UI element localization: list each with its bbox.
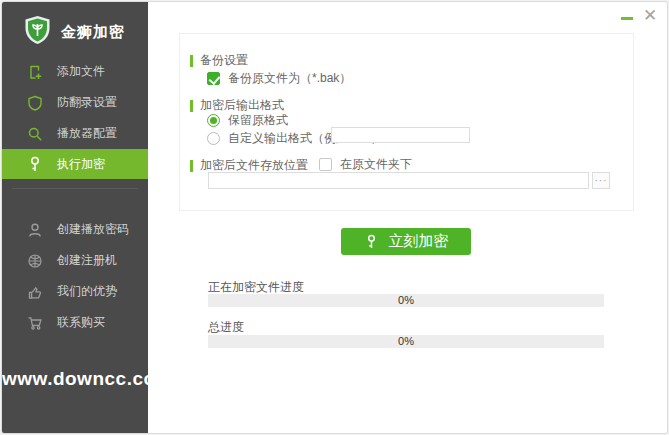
- sidebar-item-label: 播放器配置: [57, 125, 117, 142]
- custom-format-radio[interactable]: [207, 132, 220, 145]
- app-window: 金狮加密 添加文件 防翻录设置: [1, 1, 668, 434]
- sidebar-item-execute-encrypt[interactable]: 执行加密: [2, 149, 148, 179]
- total-progress-label: 总进度: [208, 319, 244, 336]
- custom-format-input[interactable]: [331, 127, 470, 143]
- section-accent-bar: [190, 100, 193, 112]
- sidebar-item-label: 执行加密: [57, 156, 105, 173]
- sidebar-item-label: 创建注册机: [57, 252, 117, 269]
- user-icon: [27, 222, 43, 238]
- sidebar-item-contact-buy[interactable]: 联系购买: [2, 307, 148, 338]
- sidebar-item-create-keygen[interactable]: 创建注册机: [2, 245, 148, 276]
- key-icon: [364, 234, 379, 249]
- output-path-input[interactable]: [208, 172, 589, 189]
- total-progress-bar: 0%: [208, 335, 604, 348]
- app-title: 金狮加密: [61, 23, 125, 42]
- section-accent-bar: [190, 160, 193, 172]
- file-progress-value: 0%: [208, 294, 604, 307]
- sidebar-item-our-advantages[interactable]: 我们的优势: [2, 276, 148, 307]
- sidebar-item-label: 我们的优势: [57, 283, 117, 300]
- sidebar-menu-top: 添加文件 防翻录设置 播放器配置: [2, 56, 148, 179]
- browse-button[interactable]: ···: [592, 172, 610, 189]
- backup-checkbox-row: 备份原文件为（*.bak）: [207, 70, 351, 87]
- keep-format-label: 保留原格式: [228, 112, 288, 129]
- backup-checkbox-label: 备份原文件为（*.bak）: [228, 70, 351, 87]
- encrypt-now-button[interactable]: 立刻加密: [341, 228, 471, 255]
- sidebar-divider: [12, 188, 138, 189]
- file-progress-bar: 0%: [208, 294, 604, 307]
- sidebar-item-add-files[interactable]: 添加文件: [2, 56, 148, 87]
- thumbs-up-icon: [27, 284, 43, 300]
- original-folder-checkbox[interactable]: [319, 158, 332, 171]
- sidebar-item-label: 添加文件: [57, 63, 105, 80]
- shield-logo-icon: [24, 15, 51, 49]
- watermark-text: www.downcc.com: [2, 368, 148, 390]
- minimize-button[interactable]: [621, 17, 633, 20]
- sidebar-item-anti-rip-settings[interactable]: 防翻录设置: [2, 87, 148, 118]
- keep-format-radio[interactable]: [207, 114, 220, 127]
- sidebar-menu-bottom: 创建播放密码 创建注册机 我们的优势: [2, 214, 148, 338]
- sidebar-item-player-config[interactable]: 播放器配置: [2, 118, 148, 149]
- backup-checkbox[interactable]: [207, 72, 220, 85]
- original-folder-label: 在原文件夹下: [340, 156, 412, 173]
- section-accent-bar: [190, 55, 193, 67]
- add-file-icon: [27, 64, 43, 80]
- original-folder-checkbox-row: 在原文件夹下: [319, 156, 412, 173]
- sidebar-item-label: 联系购买: [57, 314, 105, 331]
- sidebar: 金狮加密 添加文件 防翻录设置: [2, 2, 148, 433]
- key-icon: [27, 156, 43, 172]
- keep-format-radio-row: 保留原格式: [207, 112, 288, 129]
- backup-section-title: 备份设置: [190, 52, 248, 69]
- sidebar-item-label: 防翻录设置: [57, 94, 117, 111]
- shield-icon: [27, 95, 43, 111]
- sidebar-item-create-play-password[interactable]: 创建播放密码: [2, 214, 148, 245]
- cart-icon: [27, 315, 43, 331]
- close-button[interactable]: ✕: [640, 5, 660, 27]
- encrypt-now-label: 立刻加密: [389, 232, 449, 251]
- globe-icon: [27, 253, 43, 269]
- app-logo: 金狮加密: [24, 15, 125, 49]
- search-icon: [27, 126, 43, 142]
- total-progress-value: 0%: [208, 335, 604, 348]
- sidebar-item-label: 创建播放密码: [57, 221, 129, 238]
